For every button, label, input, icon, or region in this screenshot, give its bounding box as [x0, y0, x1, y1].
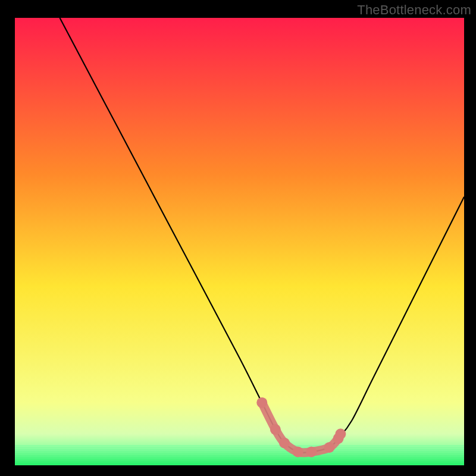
optimal-zone-dot [324, 442, 335, 453]
svg-rect-8 [15, 461, 464, 462]
svg-rect-1 [15, 447, 464, 449]
chart-plot-bg [15, 18, 464, 465]
optimal-zone-dot [279, 437, 290, 448]
svg-rect-4 [15, 453, 464, 455]
chart-container: TheBottleneck.com [0, 0, 476, 476]
svg-rect-9 [15, 464, 464, 465]
svg-rect-7 [15, 459, 464, 461]
optimal-zone-dot [293, 446, 303, 457]
optimal-zone-dot [256, 397, 267, 408]
svg-rect-2 [15, 449, 464, 450]
svg-rect-6 [15, 457, 464, 458]
optimal-zone-dot [335, 428, 346, 439]
svg-rect-0 [15, 445, 464, 446]
svg-rect-5 [15, 455, 464, 456]
optimal-zone-dot [306, 446, 317, 457]
watermark-text: TheBottleneck.com [357, 2, 471, 18]
optimal-zone-dot [270, 424, 281, 435]
svg-rect-3 [15, 451, 464, 452]
bottleneck-chart [0, 0, 476, 476]
